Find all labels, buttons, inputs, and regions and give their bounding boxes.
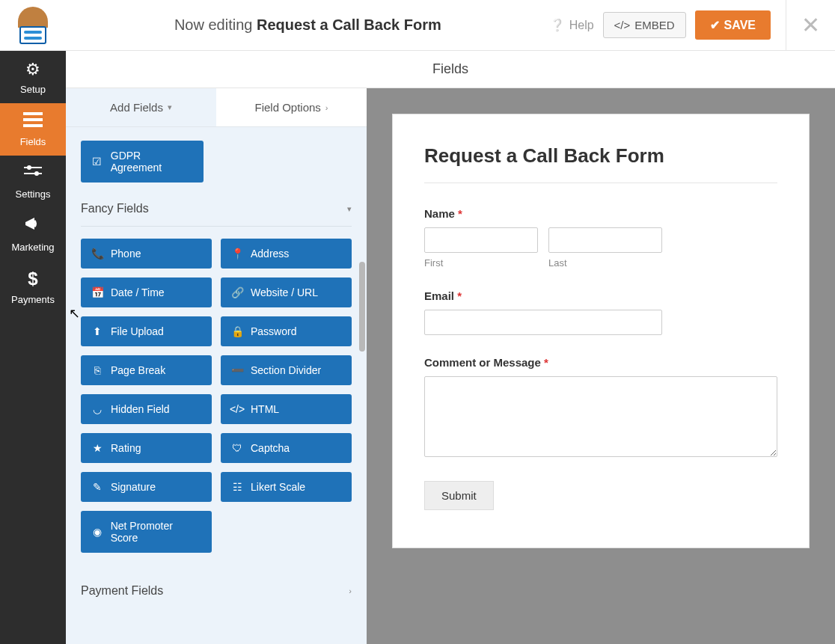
field-hidden-field[interactable]: ◡Hidden Field bbox=[81, 394, 212, 424]
field-icon: ⎘ bbox=[91, 364, 103, 376]
submit-button[interactable]: Submit bbox=[424, 481, 494, 510]
form-preview: Request a Call Back Form Name * First bbox=[367, 88, 835, 644]
group-header-payment[interactable]: Payment Fields › bbox=[81, 575, 352, 608]
field-likert-scale[interactable]: ☷Likert Scale bbox=[221, 472, 352, 502]
nav-marketing[interactable]: Marketing bbox=[0, 208, 66, 260]
field-icon: 🔗 bbox=[231, 286, 243, 298]
email-input[interactable] bbox=[424, 310, 662, 335]
nav-payments[interactable]: $ Payments bbox=[0, 260, 66, 313]
form-card[interactable]: Request a Call Back Form Name * First bbox=[392, 114, 810, 548]
field-net-promoter-score[interactable]: ◉Net Promoter Score bbox=[81, 511, 212, 553]
field-website-url[interactable]: 🔗Website / URL bbox=[221, 277, 352, 307]
nav-label: Setup bbox=[20, 84, 46, 95]
field-label: Likert Scale bbox=[251, 481, 305, 493]
group-title: Fancy Fields bbox=[81, 202, 149, 215]
field-icon: 📞 bbox=[91, 248, 103, 260]
field-label: Hidden Field bbox=[111, 403, 170, 415]
editing-title: Now editing Request a Call Back Form bbox=[66, 16, 550, 34]
last-name-input[interactable] bbox=[548, 227, 662, 253]
tab-add-fields[interactable]: Add Fields ▾ bbox=[66, 88, 216, 127]
field-date-time[interactable]: 📅Date / Time bbox=[81, 277, 212, 307]
field-password[interactable]: 🔒Password bbox=[221, 316, 352, 346]
code-icon: </> bbox=[614, 19, 631, 31]
fancy-fields-grid: 📞Phone📍Address📅Date / Time🔗Website / URL… bbox=[81, 239, 352, 553]
help-icon: ❔ bbox=[550, 18, 565, 32]
save-button[interactable]: ✔ SAVE bbox=[695, 10, 771, 40]
field-file-upload[interactable]: ⬆File Upload bbox=[81, 316, 212, 346]
field-label: Rating bbox=[111, 442, 141, 454]
required-mark: * bbox=[541, 356, 548, 369]
nav-fields[interactable]: Fields bbox=[0, 103, 66, 156]
list-icon bbox=[23, 112, 43, 132]
scrollbar[interactable] bbox=[359, 262, 365, 352]
nav-settings[interactable]: Settings bbox=[0, 156, 66, 208]
field-comment[interactable]: Comment or Message * bbox=[424, 356, 777, 460]
field-address[interactable]: 📍Address bbox=[221, 239, 352, 269]
field-label: Date / Time bbox=[111, 286, 165, 298]
comment-label: Comment or Message * bbox=[424, 356, 777, 369]
field-page-break[interactable]: ⎘Page Break bbox=[81, 355, 212, 385]
field-captcha[interactable]: 🛡Captcha bbox=[221, 433, 352, 463]
field-label: File Upload bbox=[111, 325, 164, 337]
field-icon: 📅 bbox=[91, 286, 103, 298]
svg-point-6 bbox=[34, 171, 39, 176]
field-label: HTML bbox=[251, 403, 279, 415]
field-phone[interactable]: 📞Phone bbox=[81, 239, 212, 269]
sliders-icon bbox=[24, 165, 42, 184]
field-icon: 📍 bbox=[231, 248, 243, 260]
help-label: Help bbox=[569, 19, 594, 32]
first-name-input[interactable] bbox=[424, 227, 538, 253]
chevron-right-icon: › bbox=[349, 586, 352, 595]
field-name[interactable]: Name * First Last bbox=[424, 207, 777, 269]
nav-label: Payments bbox=[11, 294, 55, 305]
field-icon: 🔒 bbox=[231, 325, 243, 337]
field-icon: ⬆ bbox=[91, 325, 103, 337]
dollar-icon: $ bbox=[28, 269, 37, 289]
field-label: Net Promoter Score bbox=[111, 520, 201, 544]
field-icon: </> bbox=[231, 403, 243, 415]
field-html[interactable]: </>HTML bbox=[221, 394, 352, 424]
form-name: Request a Call Back Form bbox=[257, 16, 441, 33]
field-signature[interactable]: ✎Signature bbox=[81, 472, 212, 502]
group-header-fancy[interactable]: Fancy Fields ▾ bbox=[81, 193, 352, 227]
tab-field-options[interactable]: Field Options › bbox=[216, 88, 367, 127]
field-gdpr-agreement[interactable]: ☑ GDPR Agreement bbox=[81, 141, 204, 183]
tab-label: Add Fields bbox=[110, 101, 163, 114]
group-fancy: Fancy Fields ▾ 📞Phone📍Address📅Date / Tim… bbox=[81, 193, 352, 553]
name-row: First Last bbox=[424, 227, 777, 269]
help-link[interactable]: ❔ Help bbox=[550, 18, 594, 32]
builder: Fields Add Fields ▾ Field Options › bbox=[66, 51, 835, 644]
field-label: GDPR Agreement bbox=[111, 150, 193, 174]
field-label: Page Break bbox=[111, 364, 165, 376]
field-icon: ◡ bbox=[91, 403, 103, 415]
embed-button[interactable]: </> EMBED bbox=[603, 12, 686, 38]
field-icon: ✎ bbox=[91, 481, 103, 493]
comment-textarea[interactable] bbox=[424, 376, 777, 457]
required-mark: * bbox=[454, 289, 462, 302]
field-icon: 🛡 bbox=[231, 442, 243, 454]
top-actions: ❔ Help </> EMBED ✔ SAVE bbox=[550, 10, 786, 40]
svg-rect-2 bbox=[23, 124, 43, 127]
form-title: Request a Call Back Form bbox=[424, 144, 777, 183]
name-label: Name * bbox=[424, 207, 777, 220]
field-rating[interactable]: ★Rating bbox=[81, 433, 212, 463]
required-mark: * bbox=[455, 207, 462, 220]
first-sublabel: First bbox=[424, 257, 538, 269]
side-nav: ⚙ Setup Fields Settings Marketing $ Paym… bbox=[0, 51, 66, 644]
nav-setup[interactable]: ⚙ Setup bbox=[0, 51, 66, 103]
field-label: Section Divider bbox=[251, 364, 321, 376]
name-last-col: Last bbox=[548, 227, 662, 269]
chevron-down-icon: ▾ bbox=[168, 102, 172, 112]
gdpr-row: ☑ GDPR Agreement bbox=[81, 141, 204, 183]
field-section-divider[interactable]: ➖Section Divider bbox=[221, 355, 352, 385]
chevron-right-icon: › bbox=[325, 103, 328, 112]
panel-title: Fields bbox=[66, 51, 835, 88]
tab-label: Field Options bbox=[254, 101, 320, 114]
field-email[interactable]: Email * bbox=[424, 289, 777, 335]
close-button[interactable]: ✕ bbox=[786, 12, 835, 38]
group-payment: Payment Fields › bbox=[81, 575, 352, 608]
chevron-down-icon: ▾ bbox=[347, 204, 352, 214]
fields-scroll[interactable]: ☑ GDPR Agreement Fancy Fields ▾ 📞Phone📍A… bbox=[66, 127, 367, 644]
app-logo bbox=[0, 0, 66, 51]
field-icon: ☷ bbox=[231, 481, 243, 493]
